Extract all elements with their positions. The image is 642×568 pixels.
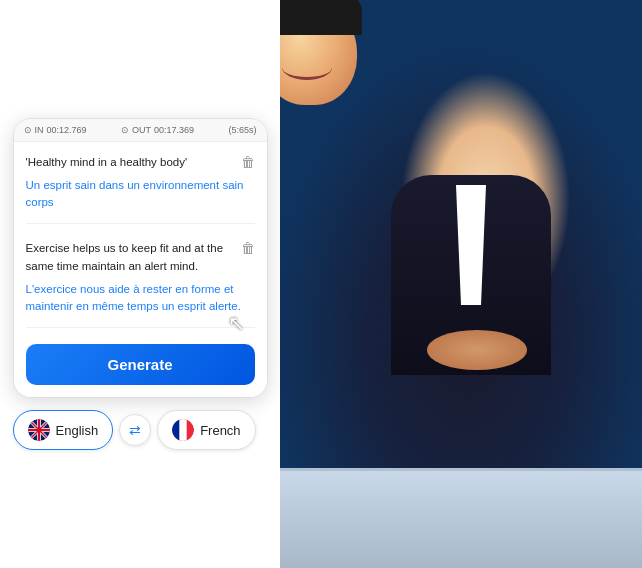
phone-mockup: ⊙ IN 00:12.769 ⊙ OUT 00:17.369 (5:65s) '… [13, 118, 268, 399]
generate-btn-wrapper: Generate ↖ [26, 344, 255, 385]
french-label: French [200, 423, 240, 438]
translated-text-1: Un esprit sain dans un environnement sai… [26, 177, 255, 212]
delete-icon-1[interactable]: 🗑 [241, 154, 255, 170]
out-label: OUT [132, 125, 151, 135]
original-text-2: Exercise helps us to keep fit and at the… [26, 240, 255, 275]
swap-icon: ⇄ [129, 422, 141, 438]
app-container: ⊙ IN 00:12.769 ⊙ OUT 00:17.369 (5:65s) '… [0, 0, 642, 568]
original-text-1: 'Healthy mind in a healthy body' [26, 154, 255, 171]
entry-block-2: Exercise helps us to keep fit and at the… [26, 240, 255, 328]
phone-content: 'Healthy mind in a healthy body' Un espr… [14, 142, 267, 398]
english-flag-icon [28, 419, 50, 441]
english-label: English [56, 423, 99, 438]
swap-languages-button[interactable]: ⇄ [119, 414, 151, 446]
english-language-button[interactable]: English [13, 410, 114, 450]
in-time-value: 00:12.769 [47, 125, 87, 135]
out-time-value: 00:17.369 [154, 125, 194, 135]
in-time: ⊙ IN 00:12.769 [24, 125, 87, 135]
photo-background [252, 0, 642, 568]
status-bar: ⊙ IN 00:12.769 ⊙ OUT 00:17.369 (5:65s) [14, 119, 267, 142]
language-bar: English ⇄ French [13, 410, 268, 450]
in-icon: ⊙ [24, 125, 32, 135]
generate-button[interactable]: Generate [26, 344, 255, 385]
phone-area: ⊙ IN 00:12.769 ⊙ OUT 00:17.369 (5:65s) '… [0, 0, 280, 568]
entry-block-1: 'Healthy mind in a healthy body' Un espr… [26, 154, 255, 225]
out-time: ⊙ OUT 00:17.369 [121, 125, 194, 135]
delete-icon-2[interactable]: 🗑 [241, 240, 255, 256]
person-photo [252, 0, 642, 568]
out-icon: ⊙ [121, 125, 129, 135]
in-label: IN [35, 125, 44, 135]
duration: (5:65s) [228, 125, 256, 135]
french-flag-icon [172, 419, 194, 441]
person-hands [427, 330, 527, 370]
translated-text-2: L'exercice nous aide à rester en forme e… [26, 281, 255, 316]
french-language-button[interactable]: French [157, 410, 255, 450]
desk [252, 468, 642, 568]
duration-value: (5:65s) [228, 125, 256, 135]
svg-rect-11 [172, 419, 179, 441]
